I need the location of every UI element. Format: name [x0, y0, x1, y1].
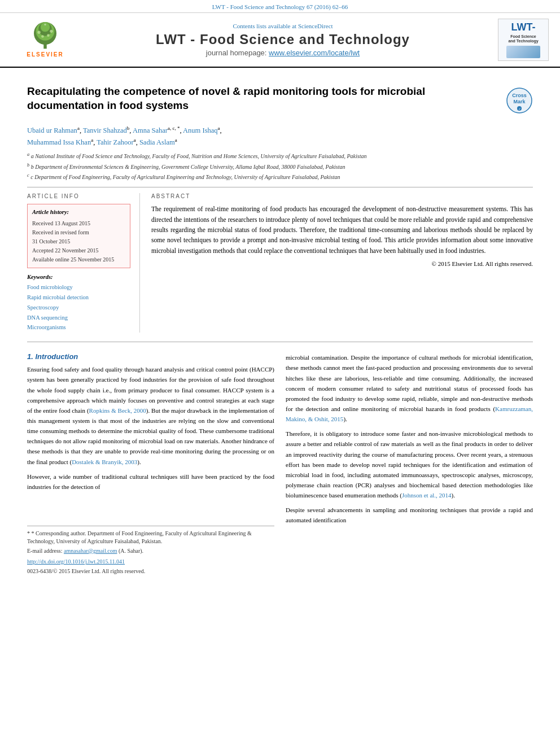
footnote-section: * * Corresponding author. Department of …: [27, 526, 274, 575]
keyword-3: Spectroscopy: [27, 303, 130, 313]
affiliation-b: b b Department of Environmental Sciences…: [27, 162, 533, 171]
lwt-logo-box: LWT- Food Scienceand Technology: [487, 19, 549, 61]
article-title-section: Recapitulating the competence of novel &…: [27, 85, 533, 119]
crossmark-logo: Cross Mark ✓: [506, 87, 533, 114]
authors-line: Ubaid ur Rahmana, Tanvir Shahzadb, Amna …: [27, 124, 533, 148]
article-info-label: ARTICLE INFO: [27, 193, 130, 199]
elsevier-logo: ELSEVIER: [11, 22, 79, 58]
journal-citation: LWT - Food Science and Technology 67 (20…: [212, 3, 348, 10]
keywords-section: Keywords: Food microbiology Rapid microb…: [27, 274, 130, 333]
abstract-col: ABSTRACT The requirement of real-time mo…: [151, 193, 533, 333]
available-date: Available online 25 November 2015: [32, 255, 125, 264]
top-bar: LWT - Food Science and Technology 67 (20…: [0, 0, 560, 13]
sciencedirect-link: Contents lists available at ScienceDirec…: [79, 23, 487, 29]
doi-line: http://dx.doi.org/10.1016/j.lwt.2015.11.…: [27, 557, 274, 566]
svg-text:Mark: Mark: [513, 99, 526, 104]
svg-point-7: [41, 35, 44, 38]
right-para-2: Therefore, it is obligatory to introduce…: [286, 429, 533, 500]
svg-point-8: [47, 34, 50, 37]
article-title: Recapitulating the competence of novel &…: [27, 85, 499, 112]
lwt-logo-top: LWT-: [511, 21, 536, 33]
journal-homepage: journal homepage: www.elsevier.com/locat…: [79, 49, 487, 57]
received-date: Received 13 August 2015: [32, 219, 125, 228]
info-abstract-section: ARTICLE INFO Article history: Received 1…: [27, 193, 533, 333]
body-left: 1. Introduction Ensuring food safety and…: [27, 352, 274, 575]
history-label: Article history:: [32, 208, 125, 217]
keyword-1: Food microbiology: [27, 282, 130, 292]
article-info-col: ARTICLE INFO Article history: Received 1…: [27, 193, 140, 333]
revised-date: 31 October 2015: [32, 237, 125, 246]
article-history-box: Article history: Received 13 August 2015…: [27, 204, 130, 268]
intro-heading: 1. Introduction: [27, 352, 274, 361]
homepage-url[interactable]: www.elsevier.com/locate/lwt: [269, 49, 360, 57]
affiliation-c: c c Department of Food Engineering, Facu…: [27, 172, 533, 181]
journal-center: Contents lists available at ScienceDirec…: [79, 23, 487, 57]
intro-para-2: However, a wide number of traditional cu…: [27, 471, 274, 492]
intro-para-1: Ensuring food safety and food quality th…: [27, 364, 274, 466]
accepted-date: Accepted 22 November 2015: [32, 246, 125, 255]
svg-text:Cross: Cross: [512, 93, 527, 98]
keywords-label: Keywords:: [27, 274, 130, 280]
rights-line: 0023-6438/© 2015 Elsevier Ltd. All right…: [27, 567, 274, 575]
affiliations: a a National Institute of Food Science a…: [27, 151, 533, 181]
keyword-2: Rapid microbial detection: [27, 292, 130, 303]
email-note: E-mail address: amnasahar@gmail.com (A. …: [27, 547, 274, 555]
revised-label: Received in revised form: [32, 228, 125, 237]
keyword-4: DNA sequencing: [27, 313, 130, 323]
abstract-text: The requirement of real-time monitoring …: [151, 204, 533, 256]
svg-point-6: [50, 30, 53, 33]
divider2: [27, 342, 533, 342]
body-section: 1. Introduction Ensuring food safety and…: [27, 352, 533, 575]
abstract-copyright: © 2015 Elsevier Ltd. All rights reserved…: [151, 260, 533, 267]
corresponding-note: * * Corresponding author. Department of …: [27, 530, 274, 545]
divider: [27, 187, 533, 187]
affiliation-a: a a National Institute of Food Science a…: [27, 151, 533, 160]
abstract-label: ABSTRACT: [151, 193, 533, 199]
right-para-1: microbial contamination. Despite the imp…: [286, 352, 533, 424]
svg-text:✓: ✓: [518, 107, 521, 111]
journal-header: ELSEVIER Contents lists available at Sci…: [0, 13, 560, 68]
lwt-logo-sub: Food Scienceand Technology: [508, 34, 538, 44]
svg-point-9: [44, 24, 46, 26]
lwt-logo: LWT- Food Scienceand Technology: [498, 19, 549, 61]
keyword-5: Microorganisms: [27, 322, 130, 333]
body-right: microbial contamination. Despite the imp…: [286, 352, 533, 575]
right-para-3: Despite several advancements in sampling…: [286, 505, 533, 525]
svg-point-5: [37, 30, 40, 33]
journal-title: LWT - Food Science and Technology: [79, 32, 487, 47]
keywords-list: Food microbiology Rapid microbial detect…: [27, 282, 130, 333]
elsevier-brand: ELSEVIER: [27, 51, 63, 58]
